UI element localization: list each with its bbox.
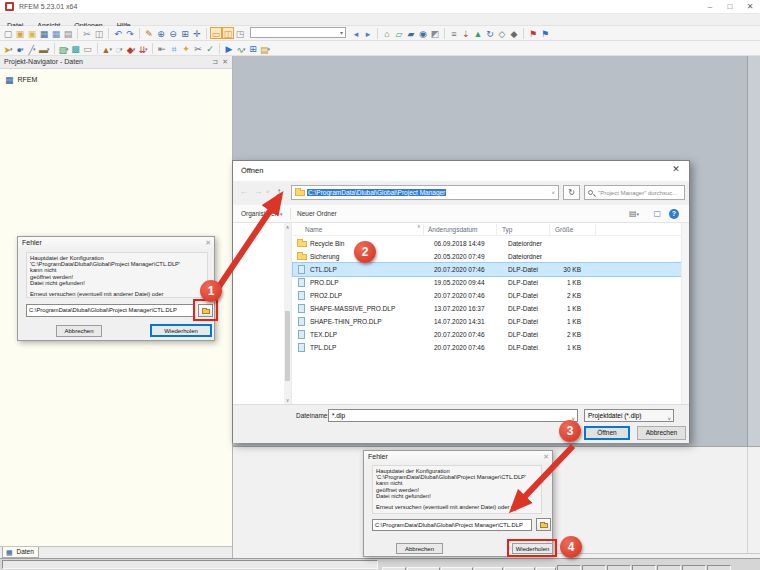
- up-icon[interactable]: ↑: [277, 187, 281, 196]
- new-surface-icon[interactable]: ▧▾: [58, 42, 70, 54]
- new-opening-icon[interactable]: ▭: [82, 42, 94, 54]
- file-row-shape-massive-pro-dlp[interactable]: SHAPE-MASSIVE_PRO.DLP13.07.2020 16:37DLP…: [293, 302, 681, 315]
- print-icon[interactable]: ▤: [62, 27, 74, 39]
- config-path-input[interactable]: C:\ProgramData\Dlubal\Global\Project Man…: [26, 304, 194, 317]
- flag-red-icon[interactable]: ⚑: [527, 27, 539, 39]
- member-load-icon[interactable]: ⇊▾: [137, 42, 149, 54]
- results-icon[interactable]: ∿▾: [235, 42, 247, 54]
- file-row-tpl-dlp[interactable]: TPL.DLP20.07.2020 07:46DLP-Datei1 KB: [293, 341, 681, 354]
- new-node-icon[interactable]: ●▾: [14, 42, 26, 54]
- rotate-view-icon[interactable]: ↻: [484, 27, 496, 39]
- show-numbering-icon[interactable]: ≡: [448, 27, 460, 39]
- window-new-icon[interactable]: ◳: [234, 27, 246, 39]
- file-row-recycle-bin[interactable]: Recycle Bin06.09.2018 14:49Dateiordner: [293, 237, 681, 250]
- new-line-caret-icon[interactable]: ▾: [33, 46, 36, 52]
- column-header-gre[interactable]: Größe: [555, 226, 573, 233]
- view-plane-y-icon[interactable]: ▰: [405, 27, 417, 39]
- file-row-ctl-dlp[interactable]: CTL.DLP20.07.2020 07:46DLP-Datei30 KB: [293, 263, 681, 276]
- member-load-caret-icon[interactable]: ▾: [145, 46, 148, 52]
- section-icon[interactable]: ✂: [192, 42, 204, 54]
- error-retry-button[interactable]: Wiederholen: [150, 324, 212, 337]
- combobox-caret-icon[interactable]: ▾: [340, 29, 343, 36]
- copy-icon[interactable]: ◫: [93, 27, 105, 39]
- address-caret-icon[interactable]: ˅: [551, 190, 555, 196]
- zoom-in-icon[interactable]: ⊕: [155, 27, 167, 39]
- calculate-icon[interactable]: ▶: [223, 42, 235, 54]
- column-header-nderungsdatum[interactable]: Änderungsdatum: [428, 226, 478, 233]
- address-bar[interactable]: C:\ProgramData\Dlubal\Global\Project Man…: [291, 185, 559, 200]
- cancel-button[interactable]: Abbrechen: [637, 426, 686, 440]
- file-row-pro2-dlp[interactable]: PRO2.DLP20.07.2020 07:46DLP-Datei2 KB: [293, 289, 681, 302]
- maximize-icon[interactable]: □: [720, 0, 740, 14]
- generate-model-icon[interactable]: ✦: [180, 42, 192, 54]
- nav-pane-scrollbar[interactable]: ∧ ∨: [284, 223, 291, 404]
- undo-icon[interactable]: ↶: [112, 27, 124, 39]
- filetype-select[interactable]: Projektdatei (*.dlp)˅: [584, 409, 674, 422]
- new-node-caret-icon[interactable]: ▾: [21, 46, 24, 52]
- new-file-icon[interactable]: ▢: [2, 27, 14, 39]
- column-separator[interactable]: [496, 224, 497, 235]
- next-view-icon[interactable]: ▸: [362, 27, 374, 39]
- toolbar-model-combobox[interactable]: ▾: [250, 27, 346, 38]
- forward-icon[interactable]: →: [254, 187, 262, 196]
- prev-view-icon[interactable]: ◂: [350, 27, 362, 39]
- render-mode-icon[interactable]: ◩: [429, 27, 441, 39]
- axonometry-icon[interactable]: ◇: [496, 27, 508, 39]
- search-input[interactable]: "Project Manager" durchsuc...: [584, 185, 685, 200]
- pin-icon[interactable]: ⊐: [212, 58, 218, 66]
- report-caret-icon[interactable]: ▾: [268, 46, 271, 52]
- new-line-icon[interactable]: ╱▾: [26, 42, 38, 54]
- view-mode-icon[interactable]: ▤▾: [629, 209, 639, 218]
- new-solid-icon[interactable]: ▩: [70, 42, 82, 54]
- organize-button[interactable]: Organisieren ▾: [241, 210, 283, 217]
- close-icon[interactable]: ✕: [740, 0, 760, 14]
- column-header-name[interactable]: Name: [305, 226, 322, 233]
- pan-view-icon[interactable]: ✛: [191, 27, 203, 39]
- browse-button[interactable]: [198, 304, 213, 317]
- column-header-typ[interactable]: Typ: [502, 226, 512, 233]
- tree-item-rfem[interactable]: ▦ RFEM: [5, 75, 37, 85]
- scroll-down-icon[interactable]: ∨: [284, 397, 291, 403]
- select-arrow-icon[interactable]: ➤▾: [2, 42, 14, 54]
- refresh-button[interactable]: ↻: [563, 185, 580, 200]
- open-dialog-close-icon[interactable]: ✕: [663, 161, 689, 179]
- back-icon[interactable]: ←: [240, 187, 248, 196]
- load-case-caret-icon[interactable]: ▾: [133, 46, 136, 52]
- new-surface-caret-icon[interactable]: ▾: [66, 46, 69, 52]
- visibility-icon[interactable]: ◉: [417, 27, 429, 39]
- error-cancel-button[interactable]: Abbrechen: [396, 543, 443, 554]
- column-separator[interactable]: [423, 224, 424, 235]
- view-plane-x-icon[interactable]: ▱: [393, 27, 405, 39]
- window-mode-single-icon[interactable]: ▭: [210, 27, 222, 39]
- help-icon[interactable]: ?: [669, 209, 679, 219]
- support-icon[interactable]: ▲▾: [101, 42, 113, 54]
- error-close-icon[interactable]: ✕: [543, 453, 549, 461]
- save-icon[interactable]: ▦: [38, 27, 50, 39]
- new-member-caret-icon[interactable]: ▾: [47, 46, 50, 52]
- panel-close-icon[interactable]: ✕: [222, 58, 228, 66]
- new-folder-button[interactable]: Neuer Ordner: [297, 210, 337, 217]
- error-cancel-button[interactable]: Abbrechen: [56, 325, 102, 337]
- guidelines-icon[interactable]: ⌗: [168, 42, 180, 54]
- open-project-folder-icon[interactable]: ▣: [14, 27, 26, 39]
- error-close-icon[interactable]: ✕: [205, 239, 211, 247]
- filename-input[interactable]: *.dlp˅: [328, 409, 578, 422]
- show-supports-icon[interactable]: ▲: [472, 27, 484, 39]
- perspective-icon[interactable]: ◆: [508, 27, 520, 39]
- scroll-up-icon[interactable]: ∧: [284, 224, 291, 230]
- redo-icon[interactable]: ↷: [124, 27, 136, 39]
- support-caret-icon[interactable]: ▾: [109, 46, 112, 52]
- column-separator[interactable]: [595, 224, 596, 235]
- tab-daten[interactable]: ▦ Daten: [2, 547, 39, 558]
- open-file-icon[interactable]: ▣: [26, 27, 38, 39]
- browse-button[interactable]: [536, 518, 551, 531]
- zoom-window-icon[interactable]: ⊞: [179, 27, 191, 39]
- config-path-input[interactable]: C:\ProgramData\Dlubal\Global\Project Man…: [372, 519, 532, 531]
- load-case-icon[interactable]: ◆▾: [125, 42, 137, 54]
- show-loads-icon[interactable]: ⇣: [460, 27, 472, 39]
- cut-icon[interactable]: ✂: [81, 27, 93, 39]
- column-separator[interactable]: [549, 224, 550, 235]
- file-list-scrollbar[interactable]: [681, 223, 689, 404]
- error-retry-button[interactable]: Wiederholen: [512, 543, 553, 554]
- filename-caret-icon[interactable]: ˅: [571, 413, 575, 425]
